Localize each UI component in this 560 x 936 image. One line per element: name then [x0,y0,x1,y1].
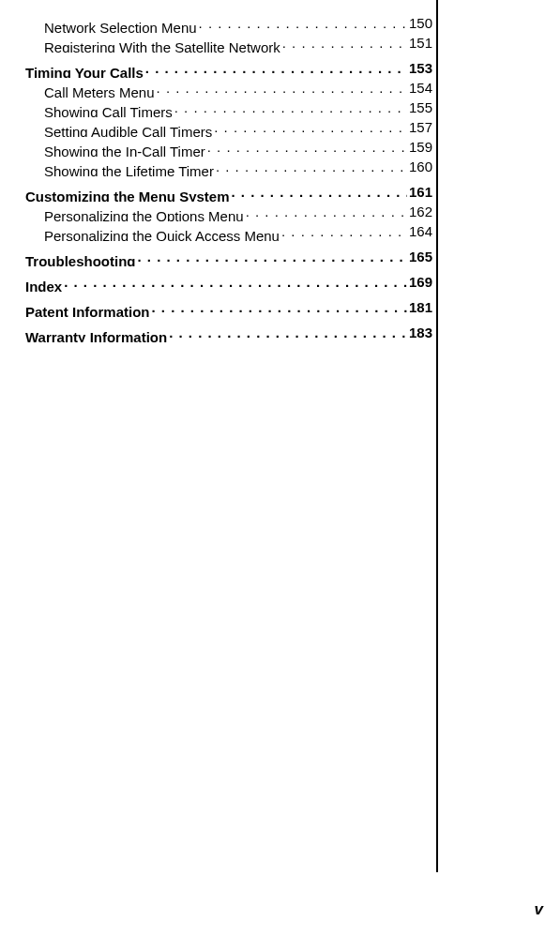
toc-entry-label: Showing the In-Call Timer [44,143,207,157]
toc-entry-label: Setting Audible Call Timers [44,124,214,137]
toc-entry: Showing the In-Call Timer. . . . . . . .… [25,137,432,157]
toc-entry-page: 161 [407,182,432,202]
toc-entry: Personalizing the Quick Access Menu. . .… [25,221,432,241]
toc-entry-label: Customizing the Menu System [25,189,232,202]
toc-entry-page: 181 [407,297,432,317]
toc-entry: Showing Call Timers. . . . . . . . . . .… [25,98,432,117]
toc-dots: . . . . . . . . . . . . . . . . . . . . … [157,78,432,98]
toc-entry: Personalizing the Options Menu. . . . . … [25,202,432,221]
toc-dots: . . . . . . . . . . . . . . . . . . . . … [64,272,432,292]
toc-entry: Index. . . . . . . . . . . . . . . . . .… [25,272,432,292]
toc-entry-label: Call Meters Menu [44,84,157,98]
toc-entry-label: Warranty Information [25,329,169,342]
toc-entry-label: Timing Your Calls [25,65,145,78]
toc-entry-label: Showing Call Timers [44,104,174,117]
toc-entry-page: 150 [407,13,432,33]
toc-dots: . . . . . . . . . . . . . . . . . . . . … [169,323,432,342]
toc-entry-label: Network Selection Menu [44,20,199,33]
toc-entry-label: Patent Information [25,304,152,317]
toc-entry-page: 160 [407,157,432,176]
toc-content: Network Selection Menu. . . . . . . . . … [0,0,432,342]
toc-dots: . . . . . . . . . . . . . . . . . . . . … [174,98,432,117]
toc-entry-page: 165 [407,247,432,266]
toc-entry: Customizing the Menu System. . . . . . .… [25,182,432,202]
toc-dots: . . . . . . . . . . . . . . . . . . . . … [145,58,432,78]
toc-entry-page: 157 [407,117,432,137]
toc-entry-label: Troubleshooting [25,253,138,266]
toc-entry: Setting Audible Call Timers. . . . . . .… [25,117,432,137]
toc-entry: Warranty Information. . . . . . . . . . … [25,323,432,342]
toc-entry: Troubleshooting. . . . . . . . . . . . .… [25,247,432,266]
toc-entry: Call Meters Menu. . . . . . . . . . . . … [25,78,432,98]
toc-entry: Registering With the Satellite Network. … [25,33,432,53]
toc-dots: . . . . . . . . . . . . . . . . . . . . … [232,182,432,202]
toc-entry-page: 162 [407,202,432,221]
page-number: v [535,900,543,919]
toc-dots: . . . . . . . . . . . . . . . . . . . . … [216,157,432,176]
toc-entry: Showing the Lifetime Timer. . . . . . . … [25,157,432,176]
toc-dots: . . . . . . . . . . . . . . . . . . . . … [138,247,433,266]
toc-entry-label: Index [25,279,64,292]
toc-entry-page: 154 [407,78,432,98]
toc-entry-label: Personalizing the Options Menu [44,208,246,221]
toc-entry-label: Personalizing the Quick Access Menu [44,228,281,241]
toc-dots: . . . . . . . . . . . . . . . . . . . . … [207,137,432,157]
toc-entry-label: Showing the Lifetime Timer [44,163,216,176]
toc-entry: Timing Your Calls. . . . . . . . . . . .… [25,58,432,78]
toc-dots: . . . . . . . . . . . . . . . . . . . . … [246,202,432,221]
toc-entry: Patent Information. . . . . . . . . . . … [25,297,432,317]
toc-entry-page: 159 [407,137,432,157]
toc-entry-page: 155 [407,98,432,117]
toc-entry-label: Registering With the Satellite Network [44,39,282,53]
toc-entry: Network Selection Menu. . . . . . . . . … [25,13,432,33]
toc-entry-page: 153 [407,58,432,78]
toc-entry-page: 169 [407,272,432,292]
vertical-divider [436,0,438,872]
toc-dots: . . . . . . . . . . . . . . . . . . . . … [199,13,432,33]
toc-dots: . . . . . . . . . . . . . . . . . . . . … [214,117,432,137]
toc-dots: . . . . . . . . . . . . . . . . . . . . … [152,297,432,317]
toc-entry-page: 183 [407,323,432,342]
toc-entry-page: 151 [407,33,432,53]
toc-entry-page: 164 [407,221,432,241]
